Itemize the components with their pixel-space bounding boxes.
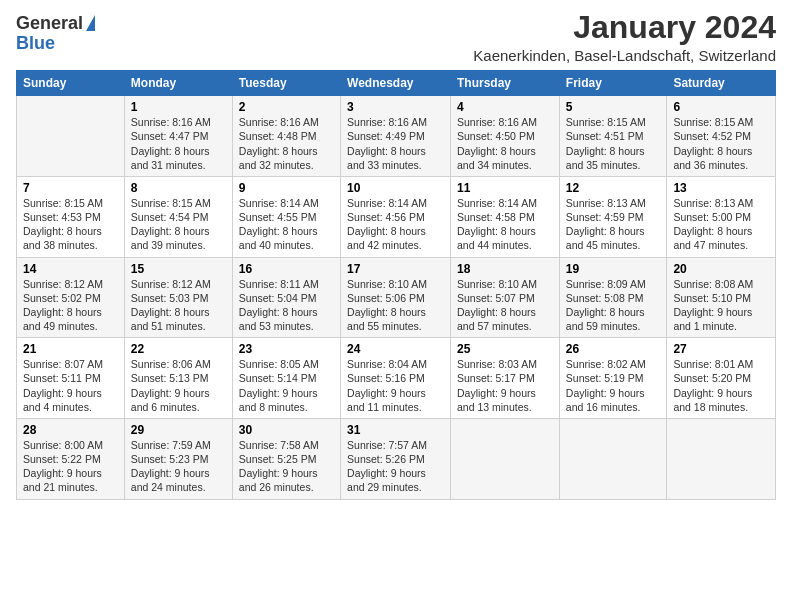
day-number: 26 <box>566 342 661 356</box>
col-saturday: Saturday <box>667 71 776 96</box>
day-number: 29 <box>131 423 226 437</box>
cell-content: Sunrise: 7:58 AMSunset: 5:25 PMDaylight:… <box>239 439 319 494</box>
week-row-2: 14Sunrise: 8:12 AMSunset: 5:02 PMDayligh… <box>17 257 776 338</box>
table-row: 11Sunrise: 8:14 AMSunset: 4:58 PMDayligh… <box>451 176 560 257</box>
table-row: 5Sunrise: 8:15 AMSunset: 4:51 PMDaylight… <box>559 96 667 177</box>
day-number: 17 <box>347 262 444 276</box>
day-number: 3 <box>347 100 444 114</box>
table-row: 1Sunrise: 8:16 AMSunset: 4:47 PMDaylight… <box>124 96 232 177</box>
cell-content: Sunrise: 8:03 AMSunset: 5:17 PMDaylight:… <box>457 358 537 413</box>
header: General Blue January 2024 Kaenerkinden, … <box>16 10 776 64</box>
week-row-0: 1Sunrise: 8:16 AMSunset: 4:47 PMDaylight… <box>17 96 776 177</box>
cell-content: Sunrise: 8:10 AMSunset: 5:06 PMDaylight:… <box>347 278 427 333</box>
day-number: 25 <box>457 342 553 356</box>
table-row <box>17 96 125 177</box>
day-number: 5 <box>566 100 661 114</box>
day-number: 4 <box>457 100 553 114</box>
table-row: 24Sunrise: 8:04 AMSunset: 5:16 PMDayligh… <box>341 338 451 419</box>
table-row: 4Sunrise: 8:16 AMSunset: 4:50 PMDaylight… <box>451 96 560 177</box>
day-number: 19 <box>566 262 661 276</box>
logo-triangle-icon <box>86 15 95 31</box>
main-title: January 2024 <box>473 10 776 45</box>
col-wednesday: Wednesday <box>341 71 451 96</box>
table-row: 7Sunrise: 8:15 AMSunset: 4:53 PMDaylight… <box>17 176 125 257</box>
table-row: 13Sunrise: 8:13 AMSunset: 5:00 PMDayligh… <box>667 176 776 257</box>
table-row: 23Sunrise: 8:05 AMSunset: 5:14 PMDayligh… <box>232 338 340 419</box>
day-number: 12 <box>566 181 661 195</box>
table-row: 3Sunrise: 8:16 AMSunset: 4:49 PMDaylight… <box>341 96 451 177</box>
table-row: 17Sunrise: 8:10 AMSunset: 5:06 PMDayligh… <box>341 257 451 338</box>
table-row: 27Sunrise: 8:01 AMSunset: 5:20 PMDayligh… <box>667 338 776 419</box>
cell-content: Sunrise: 7:57 AMSunset: 5:26 PMDaylight:… <box>347 439 427 494</box>
cell-content: Sunrise: 8:15 AMSunset: 4:52 PMDaylight:… <box>673 116 753 171</box>
table-row: 28Sunrise: 8:00 AMSunset: 5:22 PMDayligh… <box>17 418 125 499</box>
logo: General Blue <box>16 14 95 54</box>
day-number: 13 <box>673 181 769 195</box>
table-row: 25Sunrise: 8:03 AMSunset: 5:17 PMDayligh… <box>451 338 560 419</box>
cell-content: Sunrise: 8:13 AMSunset: 4:59 PMDaylight:… <box>566 197 646 252</box>
cell-content: Sunrise: 8:15 AMSunset: 4:51 PMDaylight:… <box>566 116 646 171</box>
cell-content: Sunrise: 8:04 AMSunset: 5:16 PMDaylight:… <box>347 358 427 413</box>
day-number: 1 <box>131 100 226 114</box>
table-row: 19Sunrise: 8:09 AMSunset: 5:08 PMDayligh… <box>559 257 667 338</box>
day-number: 15 <box>131 262 226 276</box>
week-row-3: 21Sunrise: 8:07 AMSunset: 5:11 PMDayligh… <box>17 338 776 419</box>
table-row: 22Sunrise: 8:06 AMSunset: 5:13 PMDayligh… <box>124 338 232 419</box>
table-row: 8Sunrise: 8:15 AMSunset: 4:54 PMDaylight… <box>124 176 232 257</box>
cell-content: Sunrise: 8:01 AMSunset: 5:20 PMDaylight:… <box>673 358 753 413</box>
day-number: 28 <box>23 423 118 437</box>
logo-blue: Blue <box>16 34 55 54</box>
calendar-header-row: Sunday Monday Tuesday Wednesday Thursday… <box>17 71 776 96</box>
table-row <box>559 418 667 499</box>
subtitle: Kaenerkinden, Basel-Landschaft, Switzerl… <box>473 47 776 64</box>
table-row <box>667 418 776 499</box>
table-row: 30Sunrise: 7:58 AMSunset: 5:25 PMDayligh… <box>232 418 340 499</box>
table-row: 9Sunrise: 8:14 AMSunset: 4:55 PMDaylight… <box>232 176 340 257</box>
cell-content: Sunrise: 8:16 AMSunset: 4:49 PMDaylight:… <box>347 116 427 171</box>
table-row: 18Sunrise: 8:10 AMSunset: 5:07 PMDayligh… <box>451 257 560 338</box>
cell-content: Sunrise: 8:13 AMSunset: 5:00 PMDaylight:… <box>673 197 753 252</box>
table-row <box>451 418 560 499</box>
cell-content: Sunrise: 8:00 AMSunset: 5:22 PMDaylight:… <box>23 439 103 494</box>
day-number: 7 <box>23 181 118 195</box>
cell-content: Sunrise: 8:16 AMSunset: 4:47 PMDaylight:… <box>131 116 211 171</box>
logo-general: General <box>16 14 83 34</box>
cell-content: Sunrise: 8:05 AMSunset: 5:14 PMDaylight:… <box>239 358 319 413</box>
cell-content: Sunrise: 8:06 AMSunset: 5:13 PMDaylight:… <box>131 358 211 413</box>
day-number: 27 <box>673 342 769 356</box>
table-row: 2Sunrise: 8:16 AMSunset: 4:48 PMDaylight… <box>232 96 340 177</box>
cell-content: Sunrise: 8:07 AMSunset: 5:11 PMDaylight:… <box>23 358 103 413</box>
col-sunday: Sunday <box>17 71 125 96</box>
table-row: 21Sunrise: 8:07 AMSunset: 5:11 PMDayligh… <box>17 338 125 419</box>
cell-content: Sunrise: 8:10 AMSunset: 5:07 PMDaylight:… <box>457 278 537 333</box>
day-number: 22 <box>131 342 226 356</box>
day-number: 14 <box>23 262 118 276</box>
day-number: 9 <box>239 181 334 195</box>
table-row: 14Sunrise: 8:12 AMSunset: 5:02 PMDayligh… <box>17 257 125 338</box>
cell-content: Sunrise: 8:09 AMSunset: 5:08 PMDaylight:… <box>566 278 646 333</box>
cell-content: Sunrise: 8:15 AMSunset: 4:53 PMDaylight:… <box>23 197 103 252</box>
day-number: 16 <box>239 262 334 276</box>
table-row: 12Sunrise: 8:13 AMSunset: 4:59 PMDayligh… <box>559 176 667 257</box>
week-row-4: 28Sunrise: 8:00 AMSunset: 5:22 PMDayligh… <box>17 418 776 499</box>
cell-content: Sunrise: 8:16 AMSunset: 4:50 PMDaylight:… <box>457 116 537 171</box>
cell-content: Sunrise: 8:12 AMSunset: 5:03 PMDaylight:… <box>131 278 211 333</box>
title-block: January 2024 Kaenerkinden, Basel-Landsch… <box>473 10 776 64</box>
col-tuesday: Tuesday <box>232 71 340 96</box>
col-monday: Monday <box>124 71 232 96</box>
table-row: 15Sunrise: 8:12 AMSunset: 5:03 PMDayligh… <box>124 257 232 338</box>
table-row: 10Sunrise: 8:14 AMSunset: 4:56 PMDayligh… <box>341 176 451 257</box>
day-number: 6 <box>673 100 769 114</box>
cell-content: Sunrise: 8:14 AMSunset: 4:55 PMDaylight:… <box>239 197 319 252</box>
cell-content: Sunrise: 8:11 AMSunset: 5:04 PMDaylight:… <box>239 278 319 333</box>
day-number: 24 <box>347 342 444 356</box>
table-row: 20Sunrise: 8:08 AMSunset: 5:10 PMDayligh… <box>667 257 776 338</box>
cell-content: Sunrise: 8:16 AMSunset: 4:48 PMDaylight:… <box>239 116 319 171</box>
day-number: 8 <box>131 181 226 195</box>
table-row: 29Sunrise: 7:59 AMSunset: 5:23 PMDayligh… <box>124 418 232 499</box>
table-row: 6Sunrise: 8:15 AMSunset: 4:52 PMDaylight… <box>667 96 776 177</box>
day-number: 20 <box>673 262 769 276</box>
cell-content: Sunrise: 8:12 AMSunset: 5:02 PMDaylight:… <box>23 278 103 333</box>
week-row-1: 7Sunrise: 8:15 AMSunset: 4:53 PMDaylight… <box>17 176 776 257</box>
table-row: 31Sunrise: 7:57 AMSunset: 5:26 PMDayligh… <box>341 418 451 499</box>
